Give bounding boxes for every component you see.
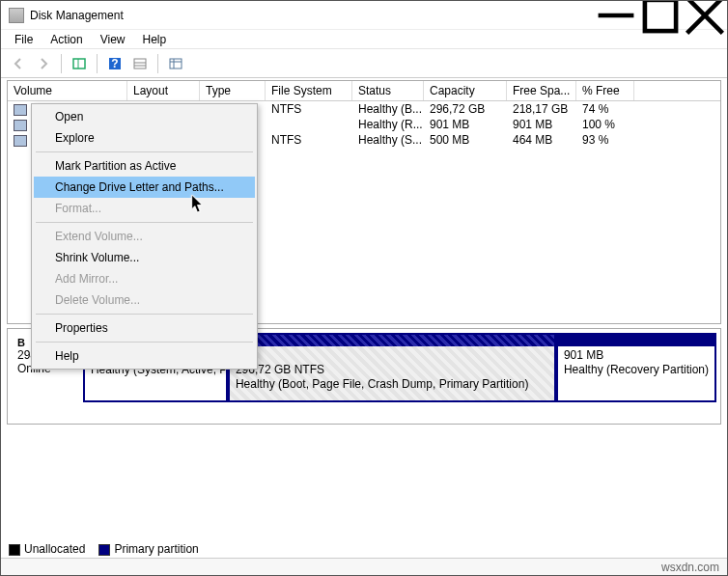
cell: 901 MB [507,117,576,132]
cell: NTFS [266,132,352,148]
menu-help[interactable]: Help [135,31,175,48]
maximize-button[interactable] [638,1,683,30]
partition-size: 901 MB [564,348,709,363]
minimize-button[interactable] [594,1,638,30]
partition-status: Healthy (Boot, Page File, Crash Dump, Pr… [236,377,548,392]
settings-button[interactable] [128,53,152,74]
volume-icon [14,135,27,147]
window-controls [594,1,727,30]
col-volume[interactable]: Volume [8,81,127,100]
svg-rect-11 [170,59,182,69]
context-menu: Open Explore Mark Partition as Active Ch… [31,103,258,370]
cell: Healthy (B... [352,101,424,117]
cell: 74 % [576,101,634,117]
context-delete-volume[interactable]: Delete Volume... [34,289,255,311]
col-layout[interactable]: Layout [127,81,200,100]
window-title: Disk Management [30,9,594,22]
app-icon [9,8,24,23]
close-button[interactable] [683,1,727,30]
partition-size: 296,72 GB NTFS [236,363,548,377]
help-button[interactable]: ? [103,53,126,74]
legend: Unallocated Primary partition [9,542,199,556]
cell: 901 MB [424,117,507,132]
cell: Healthy (R... [352,117,424,132]
context-extend-volume[interactable]: Extend Volume... [34,226,255,247]
svg-rect-4 [73,59,85,69]
partition-selected[interactable]: (C:) 296,72 GB NTFS Healthy (Boot, Page … [228,333,556,402]
partition-status: Healthy (Recovery Partition) [564,363,709,377]
context-properties[interactable]: Properties [34,317,255,339]
context-open[interactable]: Open [34,106,255,127]
volume-icon [14,104,27,116]
col-status[interactable]: Status [352,81,424,100]
cell: 100 % [576,117,634,132]
attribution: wsxdn.com [661,561,719,574]
legend-unallocated: Unallocated [9,542,85,556]
menu-view[interactable]: View [93,31,133,48]
cell: 296,72 GB [424,101,507,117]
context-separator [36,222,253,223]
swatch-primary [98,544,110,556]
context-separator [36,342,253,343]
menu-file[interactable]: File [7,31,41,48]
cell: 500 MB [424,132,507,148]
cell: 218,17 GB [507,101,576,117]
cell: 93 % [576,132,634,148]
cell: 464 MB [507,132,576,148]
toolbar-separator [97,54,98,73]
toolbar: ? [1,49,727,78]
context-separator [36,151,253,152]
table-header: Volume Layout Type File System Status Ca… [8,81,720,101]
context-explore[interactable]: Explore [34,127,255,149]
svg-rect-8 [134,59,146,69]
partition[interactable]: 901 MB Healthy (Recovery Partition) [556,333,716,402]
partition-header [230,335,554,346]
col-percent[interactable]: % Free [576,81,634,100]
context-add-mirror[interactable]: Add Mirror... [34,268,255,289]
list-button[interactable] [164,53,187,74]
col-free[interactable]: Free Spa... [507,81,576,100]
col-filesystem[interactable]: File System [266,81,352,100]
legend-primary: Primary partition [98,542,198,556]
cell [266,117,352,132]
cell: NTFS [266,101,352,117]
toolbar-separator [157,54,158,73]
context-mark-active[interactable]: Mark Partition as Active [34,155,255,177]
menu-action[interactable]: Action [42,31,90,48]
status-bar: wsxdn.com [1,558,727,575]
volume-icon [14,120,27,131]
partition-header [558,335,714,346]
context-shrink-volume[interactable]: Shrink Volume... [34,247,255,268]
col-capacity[interactable]: Capacity [424,81,507,100]
title-bar: Disk Management [1,1,727,30]
swatch-unallocated [9,544,20,556]
toolbar-separator [61,54,62,73]
context-help[interactable]: Help [34,345,255,367]
forward-button[interactable] [32,53,55,74]
context-separator [36,314,253,315]
back-button[interactable] [7,53,30,74]
svg-text:?: ? [111,57,118,70]
cell: Healthy (S... [352,132,424,148]
col-type[interactable]: Type [200,81,266,100]
context-change-drive-letter[interactable]: Change Drive Letter and Paths... [34,177,255,198]
context-format[interactable]: Format... [34,198,255,219]
svg-rect-1 [645,0,676,31]
show-hide-console-button[interactable] [68,53,91,74]
